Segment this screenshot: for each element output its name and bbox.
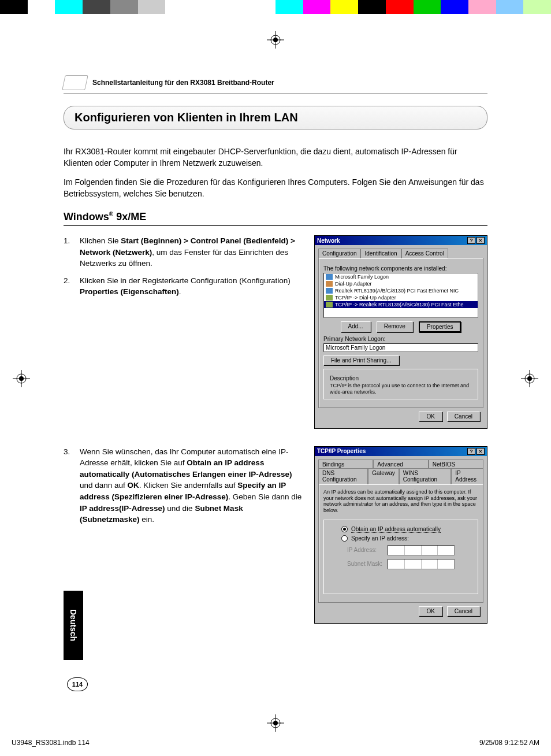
tab-ip-address[interactable]: IP Address [451,468,483,484]
registration-mark-top [267,31,284,49]
tcpip-dialog: TCP/IP Properties ? × Bindings Advanced … [314,446,487,624]
add-button[interactable]: Add... [341,321,371,332]
primary-logon-label: Primary Network Logon: [323,336,478,342]
ip-address-label: IP Address: [347,547,383,553]
radio-obtain-auto[interactable] [341,526,348,532]
document-title: Schnellstartanleitung für den RX3081 Bre… [92,79,274,87]
color-registration-bar [0,0,551,14]
language-tab: Deutsch [64,591,83,660]
tab-advanced[interactable]: Advanced [373,459,428,469]
description-text: TCP/IP is the protocol you use to connec… [330,383,472,395]
registration-mark-right [521,370,538,387]
radio-specify[interactable] [341,535,348,542]
primary-logon-select[interactable]: Microsoft Family Logon [323,343,478,352]
close-button[interactable]: × [476,448,485,455]
tab-configuration[interactable]: Configuration [318,249,360,258]
network-dialog: Network ? × Configuration Identification… [314,235,487,429]
registration-mark-bottom [267,714,284,732]
section-title: Konfigurieren von Klienten in Ihrem LAN [64,106,487,129]
ok-button[interactable]: OK [419,412,442,421]
tab-wins[interactable]: WINS Configuration [399,468,452,484]
close-button[interactable]: × [476,237,485,244]
dialog-title: TCP/IP Properties [317,448,366,454]
tab-gateway[interactable]: Gateway [368,468,399,484]
properties-button[interactable]: Properties [419,321,461,332]
help-button[interactable]: ? [467,237,475,244]
components-listbox[interactable]: Microsoft Family Logon Dial-Up Adapter R… [323,273,478,318]
registration-mark-left [13,370,30,387]
cancel-button[interactable]: Cancel [447,412,480,421]
help-button[interactable]: ? [467,448,475,455]
dialog-titlebar: TCP/IP Properties ? × [315,447,487,456]
footer-filename: U3948_RS3081.indb 114 [12,739,90,747]
page-footer: U3948_RS3081.indb 114 9/25/08 9:12:52 AM [12,739,539,747]
radio-specify-label: Specify an IP address: [351,535,409,542]
tab-netbios[interactable]: NetBIOS [429,459,483,469]
intro-paragraph-2: Im Folgenden finden Sie die Prozeduren f… [64,176,487,200]
page-number: 114 [67,677,88,691]
tab-dns[interactable]: DNS Configuration [318,468,368,484]
tab-identification[interactable]: Identification [360,249,401,258]
subnet-mask-input[interactable] [388,559,455,569]
ok-button[interactable]: OK [419,606,442,616]
svg-point-7 [19,376,24,381]
svg-point-15 [273,721,278,725]
subnet-mask-label: Subnet Mask: [347,561,383,567]
brand-chip-icon [62,75,88,90]
components-label: The following network components are ins… [323,265,478,272]
tcpip-description: An IP address can be automatically assig… [323,489,478,514]
footer-timestamp: 9/25/08 9:12:52 AM [479,739,539,747]
ip-address-input[interactable] [388,545,455,555]
subsection-heading: Windows® 9x/ME [64,211,487,223]
intro-paragraph-1: Ihr RX3081-Router kommt mit eingebauter … [64,146,487,169]
intro-text: Ihr RX3081-Router kommt mit eingebauter … [64,146,487,199]
tab-bindings[interactable]: Bindings [318,459,373,469]
svg-point-11 [527,376,532,381]
tab-access-control[interactable]: Access Control [401,249,448,258]
step-3: Wenn Sie wünschen, das Ihr Computer auto… [64,446,304,525]
cancel-button[interactable]: Cancel [447,606,480,616]
step-1: Klichen Sie Start (Beginnen) > Control P… [64,235,304,269]
step-2: Klicken Sie in der Registerkarte Configu… [64,275,304,298]
remove-button[interactable]: Remove [377,321,413,332]
svg-point-3 [273,38,278,42]
description-label: Description [330,375,472,381]
file-print-sharing-button[interactable]: File and Print Sharing... [323,355,399,365]
document-header: Schnellstartanleitung für den RX3081 Bre… [64,75,487,94]
dialog-titlebar: Network ? × [315,236,487,245]
dialog-title: Network [317,238,340,244]
radio-obtain-auto-label: Obtain an IP address automatically [351,526,441,533]
rule-line [64,225,487,226]
